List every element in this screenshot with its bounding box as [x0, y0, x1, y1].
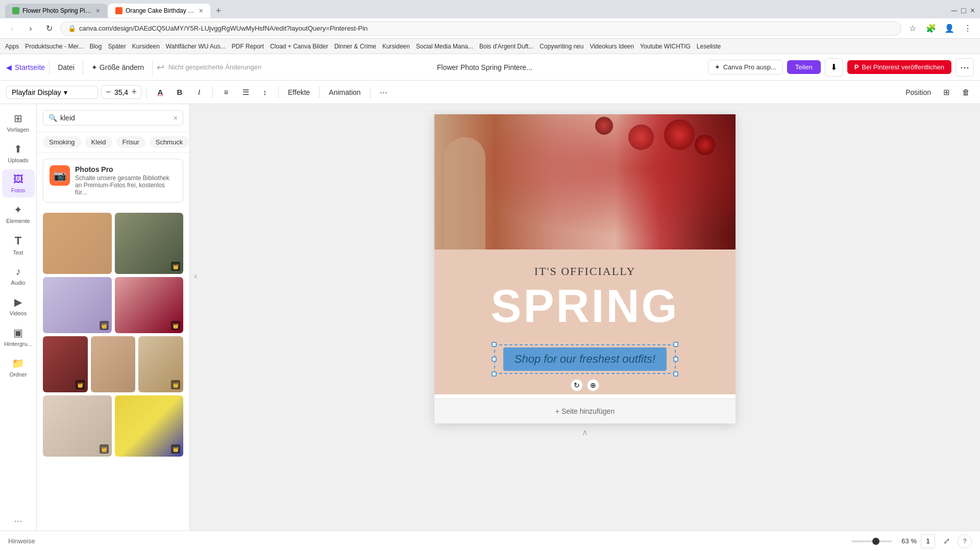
bookmark-lese[interactable]: Leseliste [697, 43, 721, 50]
tab-close-2[interactable]: × [199, 7, 203, 15]
photos-pro-banner[interactable]: 📷 Photos Pro Schalte unsere gesamte Bibl… [43, 159, 183, 203]
position-button[interactable]: Position [901, 86, 935, 98]
rotate-handle[interactable]: ↻ [571, 379, 583, 391]
bookmark-cload[interactable]: Cload + Canva Bilder [270, 43, 328, 50]
shop-text[interactable]: Shop for our freshest outfits! [503, 347, 667, 371]
minimize-btn[interactable]: ─ [951, 6, 957, 15]
delete-button[interactable]: 🗑 [958, 84, 974, 101]
font-size-increase[interactable]: + [132, 87, 137, 97]
document-title[interactable]: Flower Photo Spring Pintere... [267, 63, 702, 71]
forward-button[interactable]: › [23, 21, 38, 36]
bookmark-wahlfächer[interactable]: Wahlfächer WU Aus... [166, 43, 226, 50]
spacing-button[interactable]: ↕ [257, 84, 273, 101]
text-color-button[interactable]: A [152, 84, 168, 101]
search-clear-button[interactable]: × [174, 114, 178, 122]
address-bar[interactable]: 🔒 canva.com/design/DAEdCQ5UaMY/Y5R-LUjvg… [60, 21, 901, 36]
sidebar-more-button[interactable]: ··· [14, 515, 22, 527]
grid-view-button[interactable]: ⊞ [938, 84, 954, 101]
bookmark-pdf[interactable]: PDF Report [232, 43, 264, 50]
shop-text-container[interactable]: Shop for our freshest outfits! ↻ ⊕ [494, 344, 676, 374]
sidebar-item-fotos[interactable]: 🖼 Fotos [2, 169, 35, 197]
zoom-thumb[interactable] [872, 538, 879, 545]
sidebar-item-text[interactable]: T Text [2, 230, 35, 260]
browser-tab-2[interactable]: Orange Cake Birthday Pinterest ... × [108, 4, 210, 18]
browser-tab-1[interactable]: Flower Photo Spring Pinterest G... × [5, 4, 107, 18]
sidebar-item-uploads[interactable]: ⬆ Uploads [2, 139, 35, 167]
bookmark-blog[interactable]: Blog [89, 43, 102, 50]
add-page-button[interactable]: + Seite hinzufügen [434, 398, 736, 423]
animation-button[interactable]: Animation [325, 86, 364, 98]
sidebar-item-hintergrund[interactable]: ▣ Hintergru... [2, 322, 35, 351]
photo-item-1[interactable] [43, 213, 112, 274]
canva-pro-button[interactable]: ✦ Canva Pro ausp... [708, 60, 783, 74]
bookmark-dinner[interactable]: Dinner & Crime [334, 43, 376, 50]
photo-item-5[interactable]: 👑 [43, 336, 88, 392]
download-button[interactable]: ⬇ [825, 58, 843, 77]
canvas-photo-top[interactable] [434, 114, 736, 249]
bookmark-kursideen[interactable]: Kursideen [132, 43, 160, 50]
close-btn[interactable]: × [970, 6, 975, 15]
sidebar-item-audio[interactable]: ♪ Audio [2, 262, 35, 290]
bookmark-bois[interactable]: Bois d'Argent Duft... [479, 43, 533, 50]
bookmark-btn[interactable]: ☆ [905, 21, 920, 36]
bookmark-youtube[interactable]: Youtube WICHTIG [640, 43, 691, 50]
fullscreen-button[interactable]: ⤢ [939, 534, 953, 548]
font-size-value[interactable]: 35,4 [113, 88, 130, 96]
bookmark-produktsuche[interactable]: Produktsuche - Mer... [25, 43, 83, 50]
photo-item-6[interactable] [91, 336, 136, 392]
zoom-slider[interactable] [851, 540, 892, 542]
new-tab-button[interactable]: + [211, 4, 226, 18]
extensions-btn[interactable]: 🧩 [924, 21, 938, 36]
page-indicator[interactable]: 1 [921, 534, 935, 548]
maximize-btn[interactable]: □ [961, 6, 966, 15]
refresh-button[interactable]: ↻ [42, 21, 56, 36]
app-toolbar: ◀ Startseite Datei ✦ Größe ändern ↩ Nich… [0, 54, 980, 81]
more-options-button[interactable]: ⋯ [955, 58, 974, 77]
photo-item-7[interactable]: 👑 [138, 336, 183, 392]
home-button[interactable]: ◀ Startseite [6, 63, 45, 71]
bookmark-später[interactable]: Später [108, 43, 126, 50]
undo-button[interactable]: ↩ [157, 62, 164, 73]
chip-frisur[interactable]: Frisur [116, 136, 145, 148]
sidebar-item-elemente[interactable]: ✦ Elemente [2, 199, 35, 228]
italic-button[interactable]: I [191, 84, 207, 101]
share-button[interactable]: Teilen [787, 60, 821, 74]
font-size-decrease[interactable]: − [106, 87, 111, 97]
bookmark-copywriting[interactable]: Copywriting neu [540, 43, 583, 50]
file-menu[interactable]: Datei [54, 61, 79, 73]
account-btn[interactable]: 👤 [942, 21, 957, 36]
photo-item-9[interactable]: 👑 [115, 395, 184, 457]
move-handle[interactable]: ⊕ [587, 379, 599, 391]
chip-kleid[interactable]: Kleid [85, 136, 112, 148]
back-button[interactable]: ‹ [5, 21, 19, 36]
list-button[interactable]: ☰ [237, 84, 254, 101]
pinterest-publish-button[interactable]: P Bei Pinterest veröffentlichen [847, 60, 951, 74]
more-format-button[interactable]: ⋯ [376, 84, 392, 101]
photo-item-8[interactable]: 👑 [43, 395, 112, 457]
bookmark-videokurs[interactable]: Videokurs Ideen [590, 43, 634, 50]
bold-button[interactable]: B [172, 84, 188, 101]
effects-button[interactable]: Effekte [284, 86, 314, 98]
photo-item-3[interactable]: 👑 [43, 277, 112, 333]
bookmark-kursideen2[interactable]: Kursideen [382, 43, 410, 50]
bookmark-social[interactable]: Social Media Mana... [416, 43, 473, 50]
search-input[interactable] [60, 114, 170, 122]
settings-btn[interactable]: ⋮ [961, 21, 975, 36]
photo-item-2[interactable]: 👑 [115, 213, 184, 274]
sidebar-item-ordner[interactable]: 📁 Ordner [2, 353, 35, 382]
tab-close-1[interactable]: × [96, 7, 100, 15]
canvas-area[interactable]: ‹ [190, 104, 980, 531]
font-family-select[interactable]: Playfair Display ▾ [6, 86, 98, 99]
chip-schmuck[interactable]: Schmuck [150, 136, 189, 148]
search-input-wrap[interactable]: 🔍 × [43, 110, 183, 126]
hints-label[interactable]: Hinweise [8, 537, 35, 545]
chip-smoking[interactable]: Smoking [43, 136, 81, 148]
resize-button[interactable]: ✦ Größe ändern [87, 61, 148, 73]
photo-item-4[interactable]: 👑 [115, 277, 184, 333]
bookmark-apps[interactable]: Apps [5, 43, 19, 50]
canvas-nav-left[interactable]: ‹ [194, 270, 198, 281]
sidebar-item-vorlagen[interactable]: ⊞ Vorlagen [2, 108, 35, 137]
help-button[interactable]: ? [958, 534, 972, 548]
align-button[interactable]: ≡ [218, 84, 234, 101]
sidebar-item-videos[interactable]: ▶ Videos [2, 292, 35, 320]
